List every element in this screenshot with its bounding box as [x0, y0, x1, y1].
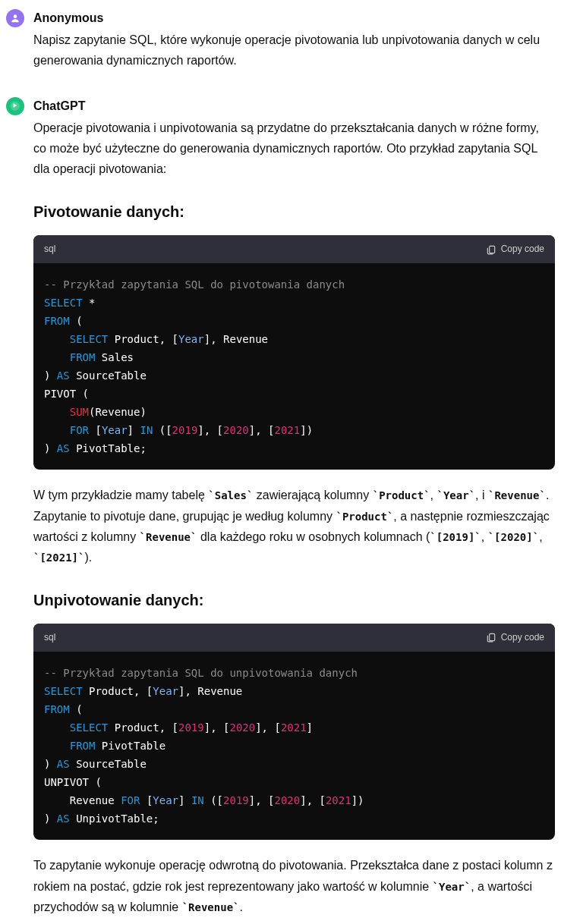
heading-pivot: Pivotowanie danych: — [33, 199, 555, 225]
bot-author: ChatGPT — [33, 96, 555, 116]
heading-unpivot: Unpivotowanie danych: — [33, 587, 555, 613]
copy-code-button[interactable]: Copy code — [486, 630, 544, 645]
code-lang-label: sql — [44, 630, 55, 645]
svg-rect-1 — [489, 246, 494, 253]
user-author: Anonymous — [33, 8, 555, 28]
copy-code-button[interactable]: Copy code — [486, 241, 544, 256]
user-message: Anonymous Napisz zapytanie SQL, które wy… — [6, 8, 555, 82]
bot-para-after-pivot: W tym przykładzie mamy tabelę Sales zawi… — [33, 485, 555, 567]
clipboard-icon — [486, 632, 496, 643]
bot-intro: Operacje pivotowania i unpivotowania są … — [33, 118, 555, 180]
clipboard-icon — [486, 244, 496, 255]
bot-para-after-unpivot: To zapytanie wykonuje operację odwrotną … — [33, 855, 555, 917]
code-body-pivot[interactable]: -- Przykład zapytania SQL do pivotowania… — [33, 263, 555, 470]
code-lang-label: sql — [44, 241, 55, 256]
svg-point-0 — [14, 14, 17, 18]
code-body-unpivot[interactable]: -- Przykład zapytania SQL do unpivotowan… — [33, 652, 555, 841]
code-block-unpivot: sql Copy code -- Przykład zapytania SQL … — [33, 624, 555, 840]
user-text: Napisz zapytanie SQL, które wykonuje ope… — [33, 30, 555, 71]
bot-message: ChatGPT Operacje pivotowania i unpivotow… — [6, 96, 555, 924]
code-block-pivot: sql Copy code -- Przykład zapytania SQL … — [33, 235, 555, 470]
svg-rect-2 — [489, 634, 494, 641]
user-avatar-icon — [6, 9, 24, 27]
bot-avatar-icon — [6, 97, 24, 115]
